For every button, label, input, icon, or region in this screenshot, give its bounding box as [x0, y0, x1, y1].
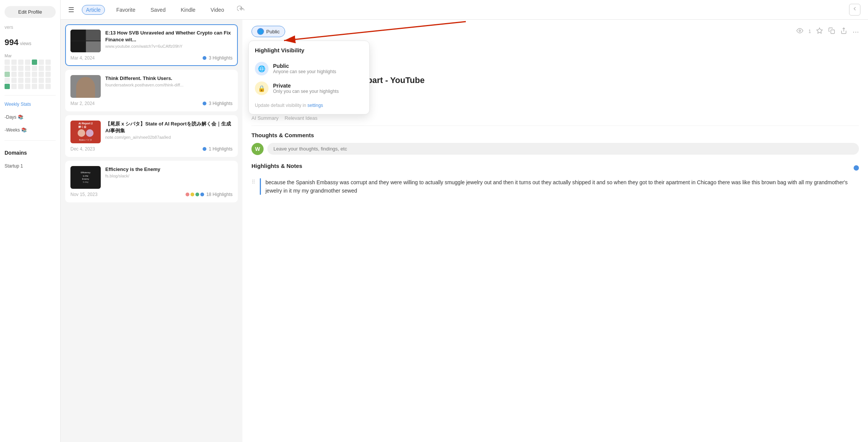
dot-yellow [190, 193, 194, 196]
menu-icon[interactable]: ☰ [68, 6, 74, 14]
cal-cell [45, 84, 51, 89]
sidebar-divider2 [5, 140, 56, 141]
collapse-panel-button[interactable] [849, 4, 860, 16]
cal-cell [39, 60, 44, 65]
highlight-border [260, 178, 261, 195]
article-title-4: Efficiency is the Enemy [105, 166, 233, 173]
article-card-4[interactable]: Efficiencyis theEnemyfs.blog Efficiency … [65, 161, 238, 202]
tab-relevant-ideas[interactable]: Relevant Ideas [285, 115, 318, 122]
streak-weeks: -Weeks 📚 [5, 127, 56, 133]
thoughts-input[interactable] [267, 143, 859, 155]
cal-cell [39, 84, 44, 89]
cal-cell [5, 72, 10, 77]
cal-cell [45, 66, 51, 71]
article-url-2: foundersatwork.posthaven.com/think-diff.… [105, 83, 233, 87]
cal-cell [18, 78, 23, 83]
main-area: ☰ Article Favorite Saved Kindle Video [61, 0, 868, 442]
dot-green [195, 193, 199, 196]
article-url-1: www.youtube.com/watch?v=6uCAffz09hY [105, 44, 233, 49]
cal-cell [11, 84, 17, 89]
article-thumbnail-3: AI Report 2解く会 Bytes バイタ [70, 121, 101, 143]
share-icon[interactable] [840, 27, 847, 36]
dropdown-private-desc: Only you can see your highlights [273, 89, 339, 94]
highlight-dot-3 [203, 147, 206, 151]
cal-cell [32, 72, 37, 77]
cal-cell [32, 78, 37, 83]
dropdown-option-private[interactable]: 🔒 Private Only you can see your highligh… [255, 78, 363, 98]
calendar-month: Mar [5, 53, 56, 58]
cal-cell [39, 78, 44, 83]
edit-profile-button[interactable]: Edit Profile [5, 6, 56, 18]
star-icon[interactable] [816, 27, 823, 36]
cal-cell [25, 72, 30, 77]
content-area: E:13 How SVB Unraveled and Whether Crypt… [61, 20, 868, 442]
copy-icon[interactable] [828, 27, 835, 36]
article-title-1: E:13 How SVB Unraveled and Whether Crypt… [105, 30, 233, 43]
cal-cell [32, 84, 37, 89]
article-meta-2: Mar 2, 2024 3 Highlights [70, 101, 233, 106]
dropdown-public-text: Public Anyone can see your highlights [273, 63, 336, 74]
cal-cell [18, 84, 23, 89]
thoughts-section-title: Thoughts & Comments [251, 132, 859, 138]
dot-pink [186, 193, 189, 196]
cal-cell [11, 72, 17, 77]
cal-cell [25, 78, 30, 83]
highlight-dot-2 [203, 102, 206, 105]
article-thumbnail-4: Efficiencyis theEnemyfs.blog [70, 166, 101, 189]
highlights-dot [854, 165, 859, 171]
settings-link[interactable]: settings [308, 103, 323, 108]
tab-kindle[interactable]: Kindle [177, 5, 199, 14]
article-card-3[interactable]: AI Report 2解く会 Bytes バイタ 【尾原 x シバタ】State… [65, 115, 238, 157]
cal-cell [45, 78, 51, 83]
tab-video[interactable]: Video [207, 5, 228, 14]
tab-favorite[interactable]: Favorite [112, 5, 139, 14]
svg-point-2 [799, 30, 801, 32]
article-card-2[interactable]: Think Different. Think Users. foundersat… [65, 70, 238, 111]
cal-cell [39, 72, 44, 77]
cal-cell [5, 78, 10, 83]
dropdown-private-icon: 🔒 [255, 82, 269, 95]
public-visibility-button[interactable]: 🌐 Public [251, 26, 285, 37]
article-thumbnail-1 [70, 30, 101, 52]
views-count: 994 [5, 38, 19, 47]
article-meta-4: Nov 15, 2023 18 Highlights [70, 192, 233, 197]
article-info-4: Efficiency is the Enemy fs.blog/slack/ [105, 166, 233, 189]
views-count-label: 1 [809, 29, 811, 34]
article-info-1: E:13 How SVB Unraveled and Whether Crypt… [105, 30, 233, 52]
dropdown-footer: Update default visibility in settings [255, 103, 363, 108]
weekly-stats-link[interactable]: Weekly Stats [5, 102, 56, 107]
highlights-badge-3: 1 Highlights [203, 146, 233, 152]
article-card-1[interactable]: E:13 How SVB Unraveled and Whether Crypt… [65, 24, 238, 66]
views-icon[interactable] [796, 27, 803, 36]
cal-cell [25, 84, 30, 89]
followers-label: vers [5, 24, 56, 30]
more-options-icon[interactable]: ··· [852, 27, 859, 36]
tab-article[interactable]: Article [82, 5, 105, 15]
domain-item[interactable]: Startup 1 [5, 163, 56, 169]
multi-dots [186, 193, 204, 196]
sidebar: Edit Profile vers 994 views Mar [0, 0, 61, 442]
streak-days: -Days 📚 [5, 114, 56, 120]
cal-cell [5, 84, 10, 89]
tab-ai-summary[interactable]: AI Summary [251, 115, 279, 122]
content-tabs: AI Summary Relevant Ideas [251, 115, 859, 126]
cal-cell [18, 60, 23, 65]
drag-handle-icon[interactable]: ⠿ [251, 179, 255, 195]
dot-blue [200, 193, 204, 196]
globe-icon: 🌐 [257, 28, 264, 35]
cloud-download-icon[interactable] [237, 5, 245, 15]
dropdown-option-public[interactable]: 🌐 Public Anyone can see your highlights [255, 59, 363, 78]
highlights-count-3: 1 Highlights [209, 146, 233, 152]
cal-cell [45, 60, 51, 65]
cal-cell [18, 66, 23, 71]
tab-saved[interactable]: Saved [147, 5, 169, 14]
dropdown-private-text: Private Only you can see your highlights [273, 83, 339, 94]
highlights-section-title: Highlights & Notes [251, 163, 302, 169]
user-avatar: W [251, 143, 264, 155]
domains-title: Domains [5, 150, 56, 156]
sidebar-divider [5, 95, 56, 96]
article-title-2: Think Different. Think Users. [105, 75, 233, 82]
cal-cell [11, 60, 17, 65]
cal-cell [25, 66, 30, 71]
highlight-dot-1 [203, 56, 206, 60]
